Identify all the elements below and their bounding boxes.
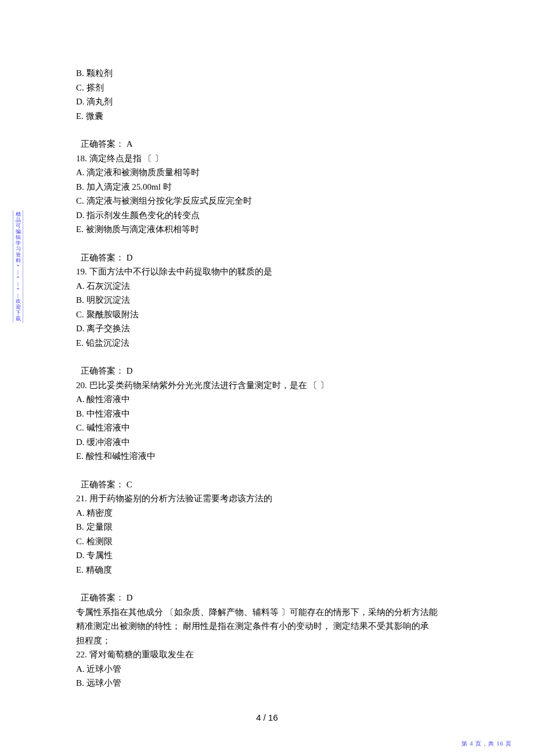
question-20-stem: 20. 巴比妥类药物采纳紫外分光光度法进行含量测定时，是在 〔 〕 bbox=[76, 378, 458, 393]
q19-option-a: A. 石灰沉淀法 bbox=[76, 279, 458, 294]
q20-option-b: B. 中性溶液中 bbox=[76, 407, 458, 421]
option-d: D. 滴丸剂 bbox=[76, 95, 458, 109]
answer-17: 正确答案： A bbox=[76, 137, 458, 151]
q18-option-c: C. 滴定液与被测组分按化学反应式反应完全时 bbox=[76, 194, 458, 208]
side-watermark-char: * bbox=[13, 263, 23, 269]
side-watermark: 精品可编辑学习资料*|*|*|欢迎下载 bbox=[13, 210, 23, 323]
question-22-stem: 22. 肾对葡萄糖的重吸取发生在 bbox=[76, 648, 458, 662]
question-21-stem: 21. 用于药物鉴别的分析方法验证需要考虑该方法的 bbox=[76, 491, 458, 506]
side-watermark-char: 精 bbox=[13, 211, 23, 217]
question-19-stem: 19. 下面方法中不行以除去中药提取物中的鞣质的是 bbox=[76, 265, 458, 279]
q21-option-a: A. 精密度 bbox=[76, 506, 458, 520]
q21-option-e: E. 精确度 bbox=[76, 563, 458, 577]
answer-20: 正确答案： C bbox=[76, 478, 458, 492]
q19-option-d: D. 离子交换法 bbox=[76, 321, 458, 336]
q21-option-b: B. 定量限 bbox=[76, 520, 458, 534]
page-number: 4 / 16 bbox=[0, 712, 534, 722]
side-watermark-char: 料 bbox=[13, 258, 23, 263]
side-watermark-char: 可 bbox=[13, 223, 23, 229]
q19-option-b: B. 明胶沉淀法 bbox=[76, 293, 458, 308]
q22-option-b: B. 远球小管 bbox=[76, 676, 458, 690]
side-watermark-char: | bbox=[13, 269, 23, 275]
q20-option-a: A. 酸性溶液中 bbox=[76, 392, 458, 407]
q21-explain-2: 精准测定出被测物的特性； 耐用性是指在测定条件有小的变动时， 测定结果不受其影响… bbox=[76, 619, 458, 634]
q20-option-c: C. 碱性溶液中 bbox=[76, 421, 458, 435]
side-watermark-char: 迎 bbox=[13, 304, 23, 310]
side-watermark-char: 辑 bbox=[13, 234, 23, 240]
q19-option-c: C. 聚酰胺吸附法 bbox=[76, 308, 458, 322]
q22-option-a: A. 近球小管 bbox=[76, 662, 458, 677]
side-watermark-char: 编 bbox=[13, 229, 23, 234]
q19-option-e: E. 铅盐沉淀法 bbox=[76, 336, 458, 350]
q20-option-e: E. 酸性和碱性溶液中 bbox=[76, 449, 458, 464]
q21-option-d: D. 专属性 bbox=[76, 548, 458, 563]
side-watermark-char: * bbox=[13, 275, 23, 281]
q21-option-c: C. 检测限 bbox=[76, 534, 458, 549]
document-page: B. 颗粒剂 C. 搽剂 D. 滴丸剂 E. 微囊 正确答案： A 18. 滴定… bbox=[0, 0, 534, 756]
option-e: E. 微囊 bbox=[76, 109, 458, 124]
side-watermark-char: | bbox=[13, 281, 23, 287]
q21-explain-3: 担程度； bbox=[76, 634, 458, 648]
side-watermark-char: 学 bbox=[13, 240, 23, 246]
side-watermark-char: | bbox=[13, 292, 23, 298]
option-b: B. 颗粒剂 bbox=[76, 66, 458, 81]
q18-option-a: A. 滴定液和被测物质质量相等时 bbox=[76, 165, 458, 180]
question-18-stem: 18. 滴定终点是指 〔 〕 bbox=[76, 151, 458, 166]
q18-option-b: B. 加入滴定液 25.00ml 时 bbox=[76, 180, 458, 194]
q18-option-e: E. 被测物质与滴定液体积相等时 bbox=[76, 222, 458, 237]
side-watermark-char: 载 bbox=[13, 316, 23, 321]
q21-explain-1: 专属性系指在其他成分 〔如杂质、降解产物、辅料等 〕可能存在的情形下，采纳的分析… bbox=[76, 605, 458, 620]
side-watermark-char: * bbox=[13, 287, 23, 292]
q18-option-d: D. 指示剂发生颜色变化的转变点 bbox=[76, 208, 458, 223]
answer-19: 正确答案： D bbox=[76, 364, 458, 378]
q20-option-d: D. 缓冲溶液中 bbox=[76, 435, 458, 450]
answer-21: 正确答案： D bbox=[76, 591, 458, 605]
side-watermark-char: 下 bbox=[13, 310, 23, 316]
answer-18: 正确答案： D bbox=[76, 251, 458, 265]
side-watermark-char: 欢 bbox=[13, 298, 23, 304]
side-watermark-char: 资 bbox=[13, 252, 23, 258]
footer-page-info: 第 4 页，共 16 页 bbox=[461, 740, 512, 748]
side-watermark-char: 品 bbox=[13, 217, 23, 223]
side-watermark-char: 习 bbox=[13, 246, 23, 252]
option-c: C. 搽剂 bbox=[76, 81, 458, 95]
